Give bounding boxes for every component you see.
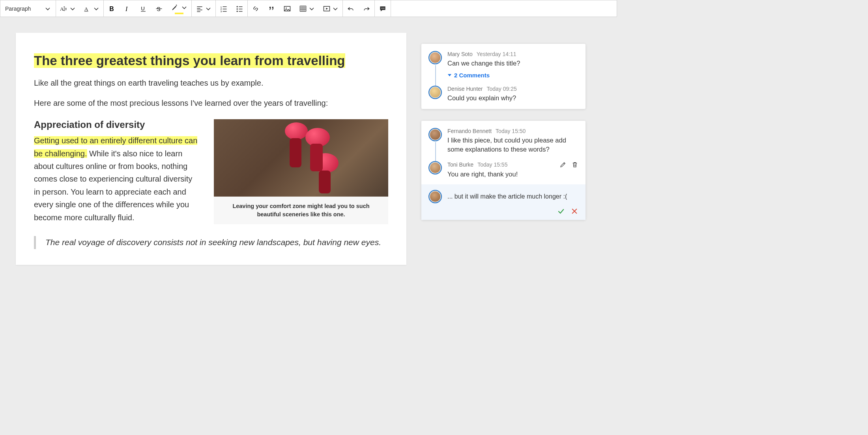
confirm-reply-icon[interactable] bbox=[557, 207, 565, 215]
svg-point-9 bbox=[237, 6, 238, 7]
avatar bbox=[428, 128, 442, 141]
doc-intro-2: Here are some of the most precious lesso… bbox=[34, 98, 388, 109]
svg-point-17 bbox=[382, 8, 383, 8]
doc-intro-1: Like all the great things on earth trave… bbox=[34, 77, 388, 89]
reply-actions bbox=[428, 207, 578, 215]
bulleted-list-button[interactable] bbox=[232, 0, 247, 17]
redo-button[interactable] bbox=[359, 0, 374, 17]
bold-button[interactable]: B bbox=[104, 0, 120, 17]
svg-point-18 bbox=[383, 8, 384, 8]
comment-author: Denise Hunter bbox=[447, 86, 483, 92]
doc-body-paragraph: Getting used to an entirely different cu… bbox=[34, 134, 198, 224]
alignment-dropdown[interactable] bbox=[192, 0, 215, 17]
comment-author: Toni Burke bbox=[447, 161, 473, 168]
comment-text: Can we change this title? bbox=[447, 59, 578, 68]
comment-author: Mary Soto bbox=[447, 51, 473, 57]
link-button[interactable] bbox=[248, 0, 264, 17]
svg-text:S: S bbox=[157, 6, 160, 12]
undo-button[interactable] bbox=[343, 0, 359, 17]
toolbar-group-font: A A bbox=[56, 0, 104, 17]
media-dropdown[interactable] bbox=[319, 0, 342, 17]
delete-comment-icon[interactable] bbox=[571, 161, 578, 168]
doc-body-rest: While it's also nice to learn about cult… bbox=[34, 149, 192, 222]
svg-rect-14 bbox=[300, 6, 306, 11]
doc-body-column: Appreciation of diversity Getting used t… bbox=[34, 119, 198, 224]
highlight-color-indicator bbox=[175, 13, 183, 14]
caret-down-icon bbox=[447, 73, 452, 77]
image-button[interactable] bbox=[279, 0, 295, 17]
comment-text: I like this piece, but could you please … bbox=[447, 136, 578, 154]
add-comment-button[interactable] bbox=[375, 0, 391, 17]
document-editor[interactable]: The three greatest things you learn from… bbox=[16, 33, 406, 265]
avatar bbox=[428, 190, 442, 203]
svg-text:U: U bbox=[141, 6, 145, 11]
avatar bbox=[428, 161, 442, 174]
strikethrough-button[interactable]: S bbox=[151, 0, 167, 17]
italic-button[interactable]: I bbox=[120, 0, 135, 17]
comment-reply-box: ... but it will make the article much lo… bbox=[421, 184, 586, 220]
comment-actions bbox=[559, 161, 578, 168]
comment-time: Today 15:55 bbox=[477, 161, 507, 168]
doc-title: The three greatest things you learn from… bbox=[34, 52, 388, 69]
comment-thread-2[interactable]: Fernando Bennett Today 15:50 I like this… bbox=[421, 121, 586, 220]
replies-count-label: 2 Comments bbox=[454, 72, 490, 79]
doc-figure: Leaving your comfort zone might lead you… bbox=[214, 119, 388, 224]
font-size-dropdown[interactable]: A bbox=[56, 0, 80, 17]
svg-point-13 bbox=[286, 8, 287, 8]
comment-time: Today 15:50 bbox=[496, 128, 526, 134]
toolbar-group-comments bbox=[375, 0, 391, 17]
svg-point-10 bbox=[237, 8, 238, 9]
svg-point-16 bbox=[382, 8, 382, 8]
comment-item: Toni Burke Today 15:55 You are right, th… bbox=[428, 161, 578, 179]
font-family-dropdown[interactable]: A bbox=[80, 0, 103, 17]
toolbar-group-align bbox=[192, 0, 216, 17]
comment-text: Could you explain why? bbox=[447, 94, 578, 103]
svg-text:A: A bbox=[84, 6, 88, 12]
edit-comment-icon[interactable] bbox=[559, 161, 567, 168]
toolbar-group-insert bbox=[248, 0, 343, 17]
comment-thread-1[interactable]: Mary Soto Yesterday 14:11 Can we change … bbox=[421, 44, 586, 109]
toolbar-group-lists: 123 bbox=[216, 0, 248, 17]
comment-item: Mary Soto Yesterday 14:11 Can we change … bbox=[428, 51, 578, 79]
comment-time: Today 09:25 bbox=[487, 86, 517, 92]
toolbar-group-block: Paragraph bbox=[0, 0, 56, 17]
blockquote-button[interactable] bbox=[264, 0, 279, 17]
doc-body-row: Appreciation of diversity Getting used t… bbox=[34, 119, 388, 224]
highlight-dropdown[interactable] bbox=[167, 0, 191, 17]
table-dropdown[interactable] bbox=[295, 0, 319, 17]
underline-button[interactable]: U bbox=[135, 0, 151, 17]
avatar bbox=[428, 86, 442, 99]
cancel-reply-icon[interactable] bbox=[571, 207, 578, 215]
block-format-label: Paragraph bbox=[5, 6, 31, 12]
reply-draft-text[interactable]: ... but it will make the article much lo… bbox=[447, 193, 567, 200]
replies-toggle[interactable]: 2 Comments bbox=[447, 72, 578, 79]
doc-section-heading: Appreciation of diversity bbox=[34, 119, 198, 130]
thread-connector bbox=[435, 142, 436, 161]
block-format-dropdown[interactable]: Paragraph bbox=[0, 0, 56, 17]
workspace: The three greatest things you learn from… bbox=[0, 17, 617, 265]
avatar bbox=[428, 51, 442, 64]
doc-figure-caption: Leaving your comfort zone might lead you… bbox=[214, 197, 388, 224]
reply-draft-row: ... but it will make the article much lo… bbox=[428, 190, 578, 203]
comment-text: You are right, thank you! bbox=[447, 170, 578, 179]
doc-image[interactable] bbox=[214, 119, 388, 197]
doc-title-text: The three greatest things you learn from… bbox=[34, 53, 345, 68]
comment-item: Denise Hunter Today 09:25 Could you expl… bbox=[428, 86, 578, 103]
thread-connector bbox=[435, 65, 436, 86]
comment-item: Fernando Bennett Today 15:50 I like this… bbox=[428, 128, 578, 154]
svg-text:I: I bbox=[125, 5, 128, 12]
toolbar-group-history bbox=[343, 0, 375, 17]
doc-blockquote: The real voyage of discovery consists no… bbox=[34, 236, 388, 249]
chevron-down-icon bbox=[45, 6, 51, 12]
numbered-list-button[interactable]: 123 bbox=[216, 0, 232, 17]
comment-author: Fernando Bennett bbox=[447, 128, 492, 134]
svg-text:A: A bbox=[60, 6, 64, 12]
toolbar-group-basic-styles: B I U S bbox=[104, 0, 192, 17]
svg-point-11 bbox=[237, 11, 238, 12]
svg-text:B: B bbox=[109, 5, 114, 12]
comments-sidebar: Mary Soto Yesterday 14:11 Can we change … bbox=[421, 44, 586, 220]
svg-text:3: 3 bbox=[221, 10, 222, 13]
comment-time: Yesterday 14:11 bbox=[477, 51, 516, 57]
toolbar: Paragraph A A B I U S bbox=[0, 0, 617, 17]
